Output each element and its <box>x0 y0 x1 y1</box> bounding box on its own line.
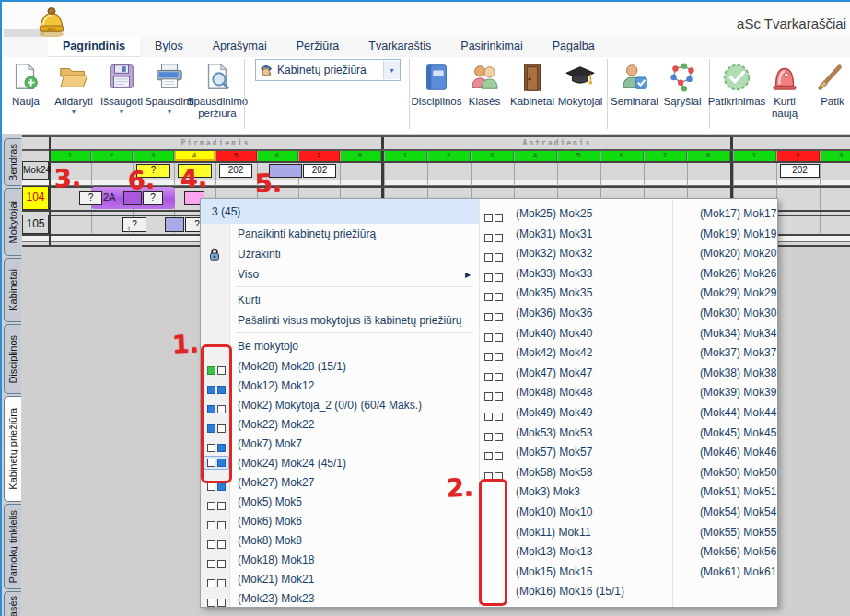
toolbar-button-patikrinimas[interactable]: Patikrinimas <box>713 59 761 108</box>
menu-action-kurti[interactable]: Kurti <box>238 290 261 310</box>
teacher-state[interactable] <box>484 308 503 325</box>
teacher-state[interactable] <box>484 408 503 424</box>
menu-teacher-mok48[interactable]: (Mok48) Mok48 <box>516 382 592 402</box>
sidebar-tab-mokytojai[interactable]: Mokytojai <box>4 188 21 256</box>
tab-pagalba[interactable]: Pagalba <box>538 37 610 57</box>
teacher-state[interactable] <box>484 368 503 385</box>
teacher-state[interactable] <box>484 388 503 404</box>
period-column-header[interactable]: 7 <box>644 149 687 161</box>
menu-teacher-mok26[interactable]: (Mok26) Mok26 <box>700 263 776 284</box>
menu-teacher-mok36[interactable]: (Mok36) Mok36 <box>516 303 592 323</box>
menu-teacher-mok24[interactable]: (Mok24) Mok24 (45/1) <box>238 453 346 473</box>
menu-teacher-mok21[interactable]: (Mok21) Mok21 <box>238 569 314 589</box>
toolbar-button-klasės[interactable]: Klasės <box>460 59 508 108</box>
sidebar-tab-kabinetų-priežiūra[interactable]: Kabinetų priežiūra <box>4 396 21 502</box>
period-column-header[interactable]: 1 <box>384 149 427 161</box>
mode-combobox[interactable]: Kabinetų priežiūra ▼ <box>255 59 401 81</box>
teacher-state[interactable] <box>484 329 503 345</box>
menu-teacher-mok15[interactable]: (Mok15) Mok15 <box>516 562 592 582</box>
timetable-cell-?[interactable]: ? <box>79 191 102 205</box>
teacher-state[interactable] <box>484 288 503 305</box>
menu-teacher-mok51[interactable]: (Mok51) Mok51 <box>700 482 776 502</box>
menu-action-pašalinti[interactable]: Pašalinti visus mokytojus iš kabinetų pr… <box>238 310 461 331</box>
period-column-header[interactable]: 3 <box>133 149 174 161</box>
menu-teacher-mok47[interactable]: (Mok47) Mok47 <box>516 363 592 383</box>
menu-teacher-mok32[interactable]: (Mok32) Mok32 <box>516 243 592 263</box>
menu-teacher-mok27[interactable]: (Mok27) Mok27 <box>238 472 314 493</box>
tab-bylos[interactable]: Bylos <box>140 37 198 57</box>
period-column-header[interactable]: 6 <box>257 149 298 161</box>
menu-action-užrakinti[interactable]: Užrakinti <box>238 244 281 264</box>
menu-teacher-mok40[interactable]: (Mok40) Mok40 <box>516 323 592 343</box>
menu-teacher-mok56[interactable]: (Mok56) Mok56 <box>700 541 776 562</box>
menu-teacher-mok7[interactable]: (Mok7) Mok7 <box>238 434 302 454</box>
tab-peržiūra[interactable]: Peržiūra <box>282 37 355 57</box>
menu-teacher-mok35[interactable]: (Mok35) Mok35 <box>516 283 592 303</box>
tab-tvarkaraštis[interactable]: Tvarkaraštis <box>354 37 446 57</box>
menu-teacher-mok55[interactable]: (Mok55) Mok55 <box>700 522 776 542</box>
menu-teacher-mok34[interactable]: (Mok34) Mok34 <box>700 323 776 343</box>
menu-teacher-mok29[interactable]: (Mok29) Mok29 <box>700 283 776 303</box>
dropdown-caret-icon[interactable]: ▼ <box>71 109 77 116</box>
toolbar-button-spausdinimo[interactable]: Spausdinimo peržiūra <box>193 59 241 120</box>
menu-teacher-mok22[interactable]: (Mok22) Mok22 <box>238 414 314 435</box>
teacher-state[interactable] <box>484 249 503 265</box>
menu-teacher-mok8[interactable]: (Mok8) Mok8 <box>238 530 302 551</box>
toolbar-button-nauja[interactable]: Nauja <box>2 59 50 108</box>
period-column-header[interactable]: 2 <box>776 149 820 161</box>
menu-teacher-mok33[interactable]: (Mok33) Mok33 <box>516 263 592 284</box>
menu-teacher-mok13[interactable]: (Mok13) Mok13 <box>516 541 592 562</box>
timetable-cell-?[interactable]: ? <box>122 217 146 232</box>
period-column-header[interactable]: 6 <box>600 149 644 161</box>
teacher-state[interactable] <box>484 428 503 445</box>
menu-teacher-mok30[interactable]: (Mok30) Mok30 <box>700 303 776 323</box>
period-column-header[interactable]: 2 <box>91 149 133 161</box>
teacher-state[interactable] <box>484 229 503 246</box>
period-column-header[interactable]: 5 <box>215 149 257 161</box>
teacher-state[interactable] <box>207 594 226 610</box>
teacher-state[interactable] <box>207 536 226 552</box>
period-column-header[interactable]: 1 <box>50 149 91 161</box>
timetable-cell-202[interactable]: 202 <box>780 164 820 178</box>
toolbar-button-patik[interactable]: Patik <box>809 59 850 108</box>
period-column-header[interactable]: 7 <box>298 149 340 161</box>
period-column-header[interactable]: 8 <box>340 149 381 161</box>
menu-teacher-mok53[interactable]: (Mok53) Mok53 <box>516 423 592 443</box>
toolbar-button-mokytojai[interactable]: Mokytojai <box>556 59 604 108</box>
menu-teacher-mok44[interactable]: (Mok44) Mok44 <box>700 402 776 423</box>
menu-teacher-mok49[interactable]: (Mok49) Mok49 <box>516 402 592 423</box>
toolbar-button-seminarai[interactable]: Seminarai <box>611 59 658 108</box>
timetable-cell-202[interactable]: 202 <box>303 164 336 178</box>
dropdown-caret-icon[interactable]: ▼ <box>167 109 173 116</box>
period-column-header[interactable]: 2 <box>427 149 471 161</box>
menu-teacher-mok54[interactable]: (Mok54) Mok54 <box>700 502 776 522</box>
menu-teacher-mok10[interactable]: (Mok10) Mok10 <box>516 502 592 522</box>
menu-teacher-mok37[interactable]: (Mok37) Mok37 <box>700 343 776 363</box>
menu-teacher-mok61[interactable]: (Mok61) Mok61 <box>700 562 776 582</box>
tab-aprašymai[interactable]: Aprašymai <box>198 37 282 57</box>
menu-teacher-mok31[interactable]: (Mok31) Mok31 <box>516 224 592 244</box>
sidebar-tab-bendras[interactable]: Bendras <box>4 138 21 186</box>
asc-bell-logo-icon[interactable]: asc <box>35 4 68 39</box>
period-column-header[interactable]: 4 <box>514 149 557 161</box>
toolbar-button-išsaugoti[interactable]: Išsaugoti▼ <box>98 59 146 116</box>
toolbar-button-kurti[interactable]: Kurti naują <box>761 59 809 120</box>
timetable-cell-202[interactable]: 202 <box>219 164 252 178</box>
dropdown-caret-icon[interactable]: ▼ <box>119 109 125 116</box>
sidebar-tab-disciplinos[interactable]: Disciplinos <box>4 324 21 394</box>
sidebar-tab-kabinetai[interactable]: Kabinetai <box>4 258 21 322</box>
menu-teacher-mok19[interactable]: (Mok19) Mok19 <box>700 224 776 244</box>
combobox-dropdown-button[interactable]: ▼ <box>383 61 400 79</box>
period-column-header[interactable]: 3 <box>471 149 514 161</box>
menu-teacher-mok57[interactable]: (Mok57) Mok57 <box>516 442 592 462</box>
menu-teacher-mok23[interactable]: (Mok23) Mok23 <box>238 588 314 609</box>
teacher-state[interactable] <box>484 447 503 464</box>
menu-action-viso[interactable]: Viso <box>238 264 259 285</box>
toolbar-button-disciplinos[interactable]: Disciplinos <box>413 59 460 108</box>
toolbar-button-kabinetai[interactable]: Kabinetai <box>508 59 556 108</box>
teacher-state[interactable] <box>484 269 503 285</box>
teacher-state[interactable] <box>207 497 226 514</box>
menu-teacher-mok25[interactable]: (Mok25) Mok25 <box>516 203 592 224</box>
menu-action-panaikinti[interactable]: Panaikinti kabinetų priežiūrą <box>238 224 376 244</box>
menu-teacher-mok20[interactable]: (Mok20) Mok20 <box>700 243 776 263</box>
